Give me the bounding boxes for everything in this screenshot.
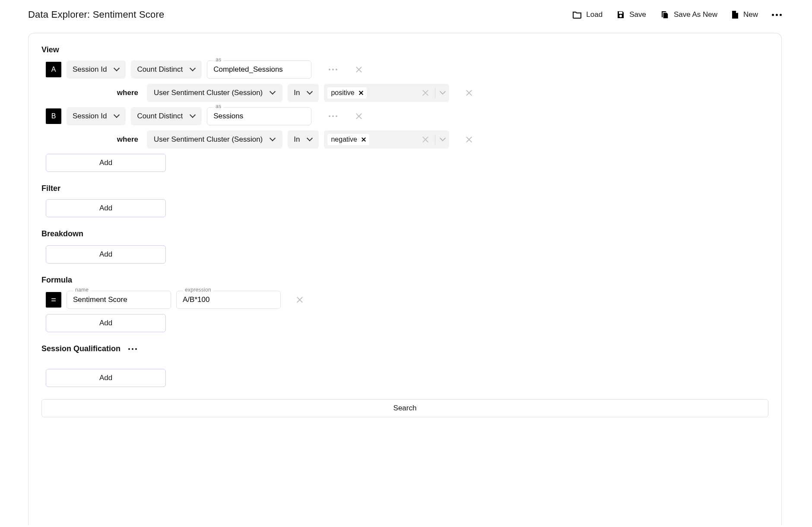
session-qualification-add-button[interactable]: Add	[46, 369, 166, 387]
filter-title: Filter	[41, 184, 768, 193]
where-label: where	[46, 135, 142, 144]
badge-b: B	[46, 108, 61, 124]
chevron-down-icon	[114, 114, 120, 119]
row-b-more-icon[interactable]	[329, 115, 337, 117]
where-tags-a[interactable]: positive	[324, 84, 449, 102]
alias-input-wrap-b: as	[207, 107, 311, 125]
chevron-down-icon	[190, 67, 196, 72]
agg-select-b-value: Count Distinct	[137, 112, 183, 121]
tag-a-label: positive	[331, 89, 354, 97]
breakdown-title: Breakdown	[41, 229, 768, 238]
page-title: Data Explorer: Sentiment Score	[28, 9, 164, 20]
alias-input-a[interactable]	[207, 60, 311, 79]
chevron-down-icon[interactable]	[441, 137, 446, 142]
formula-add-button[interactable]: Add	[46, 314, 166, 332]
svg-point-1	[619, 15, 622, 17]
alias-hint: as	[214, 103, 223, 109]
new-button[interactable]: New	[731, 10, 758, 19]
where-op-b-value: In	[294, 135, 300, 144]
load-button[interactable]: Load	[572, 10, 603, 19]
view-where-b: where User Sentiment Cluster (Session) I…	[46, 130, 768, 149]
view-add-button[interactable]: Add	[46, 154, 166, 172]
chevron-down-icon	[114, 67, 120, 72]
formula-row: = name expression	[46, 291, 768, 309]
where-op-a-value: In	[294, 89, 300, 97]
tag-b: negative	[327, 134, 369, 145]
more-menu-icon[interactable]	[772, 14, 782, 16]
view-row-a: A Session Id Count Distinct as	[46, 60, 768, 79]
breakdown-add-button[interactable]: Add	[46, 245, 166, 264]
chevron-down-icon[interactable]	[441, 90, 446, 95]
agg-select-b[interactable]: Count Distinct	[131, 107, 202, 125]
where-field-a-value: User Sentiment Cluster (Session)	[154, 89, 263, 97]
breakdown-section: Breakdown Add	[41, 229, 768, 264]
save-label: Save	[629, 10, 646, 19]
save-icon	[616, 10, 625, 19]
where-label: where	[46, 89, 142, 97]
field-select-b-value: Session Id	[73, 112, 107, 121]
new-label: New	[743, 10, 758, 19]
formula-title: Formula	[41, 276, 768, 285]
save-as-new-button[interactable]: Save As New	[660, 10, 717, 19]
session-qualification-title: Session Qualification	[41, 344, 121, 353]
field-select-a-value: Session Id	[73, 65, 107, 74]
save-button[interactable]: Save	[616, 10, 646, 19]
session-qualification-more-icon[interactable]	[128, 348, 137, 350]
chevron-down-icon	[308, 90, 313, 95]
save-as-new-label: Save As New	[674, 10, 717, 19]
view-section: View A Session Id Count Distinct as	[41, 45, 768, 172]
tag-b-label: negative	[331, 136, 357, 143]
badge-formula: =	[46, 292, 61, 308]
where-field-a[interactable]: User Sentiment Cluster (Session)	[147, 84, 282, 102]
formula-section: Formula = name expression Add	[41, 276, 768, 332]
view-row-b: B Session Id Count Distinct as	[46, 107, 768, 125]
formula-name-input[interactable]	[67, 291, 171, 309]
where-a-remove-button[interactable]	[465, 89, 473, 97]
folder-icon	[572, 11, 582, 19]
filter-add-button[interactable]: Add	[46, 199, 166, 217]
tag-a: positive	[327, 87, 366, 98]
formula-expr-hint: expression	[183, 287, 213, 293]
formula-expr-wrap: expression	[176, 291, 281, 309]
view-where-a: where User Sentiment Cluster (Session) I…	[46, 84, 768, 102]
where-b-remove-button[interactable]	[465, 135, 473, 144]
where-tags-b[interactable]: negative	[324, 130, 449, 149]
agg-select-a[interactable]: Count Distinct	[131, 60, 202, 79]
chevron-down-icon	[270, 137, 276, 142]
tag-a-remove-icon[interactable]	[359, 91, 363, 95]
row-a-remove-button[interactable]	[355, 65, 363, 74]
query-panel: View A Session Id Count Distinct as	[28, 33, 782, 525]
clear-tags-b-icon[interactable]	[421, 135, 430, 144]
svg-rect-0	[619, 12, 622, 14]
filter-section: Filter Add	[41, 184, 768, 217]
chevron-down-icon	[270, 90, 276, 95]
copy-file-icon	[660, 10, 669, 19]
chevron-down-icon	[190, 114, 196, 119]
formula-expr-input[interactable]	[176, 291, 281, 309]
tag-b-remove-icon[interactable]	[362, 137, 366, 142]
where-field-b[interactable]: User Sentiment Cluster (Session)	[147, 130, 282, 149]
formula-name-wrap: name	[67, 291, 171, 309]
alias-hint: as	[214, 57, 223, 63]
clear-tags-a-icon[interactable]	[421, 89, 430, 97]
field-select-a[interactable]: Session Id	[67, 60, 126, 79]
badge-a: A	[46, 62, 61, 77]
where-op-a[interactable]: In	[288, 84, 319, 102]
alias-input-wrap-a: as	[207, 60, 311, 79]
divider	[435, 88, 435, 98]
search-button[interactable]: Search	[41, 399, 768, 417]
agg-select-a-value: Count Distinct	[137, 65, 183, 74]
field-select-b[interactable]: Session Id	[67, 107, 126, 125]
chevron-down-icon	[308, 137, 313, 142]
toolbar: Load Save Save As New New	[572, 10, 782, 19]
alias-input-b[interactable]	[207, 107, 311, 125]
where-field-b-value: User Sentiment Cluster (Session)	[154, 135, 263, 144]
session-qualification-section: Session Qualification Add	[41, 344, 768, 387]
where-op-b[interactable]: In	[288, 130, 319, 149]
row-b-remove-button[interactable]	[355, 112, 363, 121]
view-title: View	[41, 45, 768, 54]
formula-remove-button[interactable]	[295, 295, 304, 304]
row-a-more-icon[interactable]	[329, 69, 337, 70]
formula-name-hint: name	[73, 287, 90, 293]
divider	[435, 134, 435, 145]
